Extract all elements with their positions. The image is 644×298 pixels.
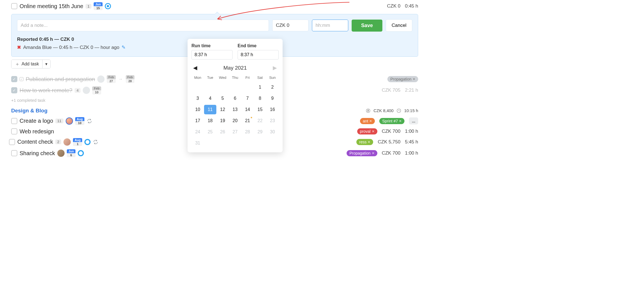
task-date-badge: Feb 28 — [126, 75, 135, 83]
calendar-day[interactable]: 30 — [266, 127, 279, 137]
tag[interactable]: proval ✕ — [357, 128, 377, 134]
time-entry-panel: Save Cancel Reported 0:45 h — CZK 0 ✖ Am… — [11, 14, 418, 57]
next-month-icon[interactable]: ▶ — [273, 65, 277, 71]
assignee-avatar[interactable] — [83, 87, 90, 94]
end-time-label: End time — [238, 43, 279, 48]
assignee-avatar[interactable] — [63, 138, 71, 146]
dow-label: Wed — [216, 74, 229, 81]
calendar-day[interactable]: 22 — [254, 116, 266, 126]
task-date-badge[interactable]: Aug1 — [73, 138, 82, 146]
dow-label: Sat — [254, 74, 266, 81]
refresh-icon[interactable] — [87, 118, 92, 124]
calendar-day[interactable]: 3 — [191, 94, 204, 103]
calendar-day[interactable]: 9 — [266, 94, 279, 103]
tag-remove-icon[interactable]: ✕ — [368, 140, 370, 144]
calendar-day[interactable]: 28 — [241, 127, 254, 137]
calendar-day[interactable]: 4 — [204, 94, 217, 103]
refresh-icon[interactable] — [93, 139, 98, 145]
task-title[interactable]: Content check — [17, 139, 53, 145]
calendar-day[interactable]: 11 — [204, 105, 217, 114]
calendar-day[interactable]: 31 — [191, 138, 204, 148]
task-checkbox-checked[interactable]: ✓ — [11, 76, 17, 82]
calendar-day[interactable]: 23 — [266, 116, 279, 126]
tag-remove-icon[interactable]: ✕ — [413, 77, 415, 81]
task-title[interactable]: Create a logo — [20, 118, 53, 124]
task-title[interactable]: How to work remote? — [20, 87, 72, 94]
calendar-day[interactable]: 26 — [216, 127, 229, 137]
calendar-day[interactable]: 10 — [191, 105, 204, 114]
add-task-button[interactable]: ＋ Add task — [11, 60, 42, 68]
calendar-day[interactable]: 16 — [266, 105, 279, 114]
tag[interactable]: ress ✕ — [356, 139, 373, 145]
ring-icon[interactable] — [84, 139, 91, 145]
run-time-input[interactable] — [191, 50, 233, 60]
task-date-badge[interactable]: Aug10 — [75, 117, 84, 125]
tag-remove-icon[interactable]: ✕ — [369, 119, 372, 123]
task-title[interactable]: Online meeting 15th June — [20, 3, 83, 10]
tag-remove-icon[interactable]: ✕ — [399, 119, 402, 123]
tag[interactable]: Propagation✕ — [387, 76, 418, 82]
target-icon[interactable] — [105, 3, 111, 9]
calendar-day[interactable]: 6 — [229, 94, 242, 103]
duration-input[interactable] — [312, 20, 348, 31]
assignee-avatar[interactable] — [97, 75, 105, 83]
calendar-day[interactable]: 20 — [229, 116, 242, 126]
prev-month-icon[interactable]: ◀ — [193, 65, 197, 71]
calendar-day[interactable]: 1 — [254, 82, 266, 92]
add-task-dropdown[interactable]: ▾ — [42, 60, 50, 68]
task-title[interactable]: Sharing check — [20, 150, 55, 157]
calendar-day[interactable]: 14 — [241, 105, 254, 114]
tag[interactable]: Sprint #7 ✕ — [379, 118, 404, 124]
calendar-day[interactable]: 15 — [254, 105, 266, 114]
note-input[interactable] — [17, 20, 269, 31]
calendar-day[interactable]: 21 — [241, 116, 254, 126]
section-title[interactable]: Design & Blog — [11, 108, 48, 114]
more-tags-button[interactable]: ... — [409, 117, 418, 124]
task-count-badge: 1 — [86, 4, 91, 9]
assignee-avatar[interactable] — [66, 117, 73, 125]
task-date-badge[interactable]: Jun6 — [67, 149, 76, 157]
cost-input[interactable] — [272, 20, 309, 31]
date-month: Jun — [94, 2, 103, 6]
tag-remove-icon[interactable]: ✕ — [372, 129, 375, 133]
calendar-day[interactable]: 12 — [216, 105, 229, 114]
calendar-day[interactable]: 18 — [204, 116, 217, 126]
assignee-avatar[interactable] — [57, 150, 65, 157]
calendar-day[interactable]: 5 — [216, 94, 229, 103]
calendar-day[interactable]: 27 — [229, 127, 242, 137]
task-checkbox[interactable] — [11, 118, 17, 124]
dow-label: Thu — [229, 74, 242, 81]
save-button[interactable]: Save — [352, 20, 382, 32]
ring-icon[interactable] — [78, 150, 84, 156]
task-date-badge[interactable]: Jun 15 — [94, 2, 103, 10]
tag[interactable]: ant ✕ — [360, 118, 375, 124]
dow-label: Mon — [191, 74, 204, 81]
task-title[interactable]: Web redesign — [20, 128, 54, 135]
task-price: CZK 705 — [382, 87, 401, 93]
calendar-day[interactable]: 8 — [254, 94, 266, 103]
task-checkbox-checked[interactable]: ✓ — [11, 87, 17, 93]
task-checkbox[interactable] — [11, 150, 17, 156]
add-task-button-group: ＋ Add task ▾ — [11, 60, 51, 68]
cancel-button[interactable]: Cancel — [386, 19, 412, 32]
edit-entry-icon[interactable]: ✎ — [122, 44, 126, 50]
task-checkbox[interactable] — [11, 3, 17, 9]
task-row-current: Online meeting 15th June 1 Jun 15 CZK 0 … — [0, 0, 429, 12]
calendar-day[interactable]: 13 — [229, 105, 242, 114]
calendar-day[interactable]: 19 — [216, 116, 229, 126]
tag-remove-icon[interactable]: ✕ — [372, 151, 375, 155]
calendar-day[interactable]: 2 — [266, 82, 279, 92]
tag[interactable]: Propagation ✕ — [347, 150, 377, 156]
task-checkbox[interactable] — [11, 128, 17, 134]
calendar-day[interactable]: 7 — [241, 94, 254, 103]
calendar-day[interactable]: 25 — [204, 127, 217, 137]
calendar-day[interactable]: 24 — [191, 127, 204, 137]
end-time-input[interactable] — [238, 50, 279, 60]
calendar-day[interactable]: 29 — [254, 127, 266, 137]
task-hours: 2:21 h — [405, 87, 418, 93]
delete-entry-icon[interactable]: ✖ — [17, 44, 21, 50]
task-checkbox[interactable] — [9, 139, 15, 145]
task-title[interactable]: Publication and propagation — [26, 76, 95, 82]
calendar-day[interactable]: 17 — [191, 116, 204, 126]
run-time-label: Run time — [191, 43, 233, 48]
